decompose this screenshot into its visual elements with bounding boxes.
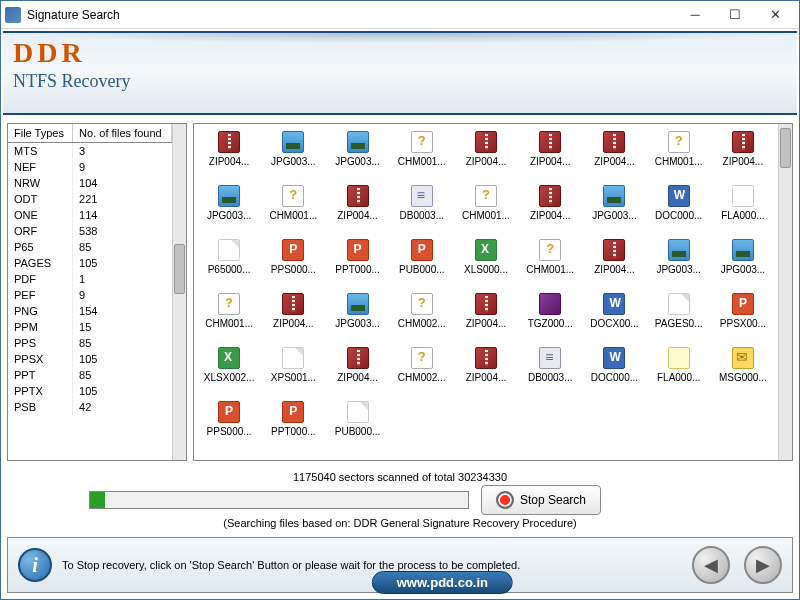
file-label: P65000...	[200, 264, 258, 275]
file-item[interactable]: CHM002...	[391, 290, 453, 342]
file-item[interactable]: ZIP004...	[712, 128, 774, 180]
file-item[interactable]: MSG000...	[712, 344, 774, 396]
right-scrollbar[interactable]	[778, 124, 792, 460]
file-item[interactable]: CHM001...	[391, 128, 453, 180]
file-item[interactable]: FLA000...	[712, 182, 774, 234]
col-files-found[interactable]: No. of files found	[73, 124, 172, 143]
file-item[interactable]: P65000...	[198, 236, 260, 288]
left-scrollbar[interactable]	[172, 124, 186, 460]
file-item[interactable]: PPS000...	[198, 398, 260, 450]
file-item[interactable]: JPG003...	[326, 290, 388, 342]
table-row[interactable]: P6585	[8, 239, 172, 255]
file-item[interactable]: ZIP004...	[455, 344, 517, 396]
file-item[interactable]: JPG003...	[262, 128, 324, 180]
table-row[interactable]: PPT85	[8, 367, 172, 383]
back-button[interactable]: ◀	[692, 546, 730, 584]
table-row[interactable]: ODT221	[8, 191, 172, 207]
file-item[interactable]: DOCX00...	[583, 290, 645, 342]
file-item[interactable]: CHM001...	[519, 236, 581, 288]
file-item[interactable]: ZIP004...	[583, 236, 645, 288]
table-row[interactable]: PEF9	[8, 287, 172, 303]
app-icon	[5, 7, 21, 23]
maximize-button[interactable]: ☐	[715, 3, 755, 27]
file-item[interactable]: CHM001...	[648, 128, 710, 180]
file-item[interactable]: ZIP004...	[262, 290, 324, 342]
file-item[interactable]: DOC000...	[648, 182, 710, 234]
file-type-icon	[281, 400, 305, 424]
table-row[interactable]: PNG154	[8, 303, 172, 319]
cell-count: 538	[73, 223, 172, 239]
col-file-types[interactable]: File Types	[8, 124, 73, 143]
cell-type: PPTX	[8, 383, 73, 399]
file-item[interactable]: XPS001...	[262, 344, 324, 396]
file-item[interactable]: DB0003...	[391, 182, 453, 234]
table-row[interactable]: PPSX105	[8, 351, 172, 367]
table-row[interactable]: PSB42	[8, 399, 172, 415]
file-item[interactable]: TGZ000...	[519, 290, 581, 342]
file-type-icon	[538, 292, 562, 316]
file-label: ZIP004...	[457, 318, 515, 329]
file-item[interactable]: PUB000...	[391, 236, 453, 288]
file-item[interactable]: ZIP004...	[519, 128, 581, 180]
file-item[interactable]: PUB000...	[326, 398, 388, 450]
file-item[interactable]: JPG003...	[712, 236, 774, 288]
file-item[interactable]: ZIP004...	[455, 290, 517, 342]
table-row[interactable]: NEF9	[8, 159, 172, 175]
file-type-icon	[281, 238, 305, 262]
table-row[interactable]: PPS85	[8, 335, 172, 351]
file-type-icon	[667, 346, 691, 370]
file-type-icon	[667, 184, 691, 208]
scrollbar-thumb[interactable]	[174, 244, 185, 294]
file-label: CHM001...	[200, 318, 258, 329]
file-types-panel: File Types No. of files found MTS3NEF9NR…	[7, 123, 187, 461]
table-row[interactable]: PPM15	[8, 319, 172, 335]
table-row[interactable]: PAGES105	[8, 255, 172, 271]
file-item[interactable]: ZIP004...	[519, 182, 581, 234]
file-item[interactable]: CHM001...	[262, 182, 324, 234]
file-label: JPG003...	[200, 210, 258, 221]
file-item[interactable]: PPT000...	[262, 398, 324, 450]
scrollbar-thumb[interactable]	[780, 128, 791, 168]
cell-type: PPS	[8, 335, 73, 351]
progress-area: 1175040 sectors scanned of total 3023433…	[1, 467, 799, 533]
file-item[interactable]: ZIP004...	[198, 128, 260, 180]
file-item[interactable]: JPG003...	[198, 182, 260, 234]
table-row[interactable]: PPTX105	[8, 383, 172, 399]
file-type-icon	[346, 238, 370, 262]
window-title: Signature Search	[27, 8, 675, 22]
file-item[interactable]: DB0003...	[519, 344, 581, 396]
stop-search-button[interactable]: Stop Search	[481, 485, 601, 515]
file-item[interactable]: DOC000...	[583, 344, 645, 396]
file-item[interactable]: ZIP004...	[326, 182, 388, 234]
url-link[interactable]: www.pdd.co.in	[372, 571, 513, 594]
file-item[interactable]: PAGES0...	[648, 290, 710, 342]
file-item[interactable]: PPT000...	[326, 236, 388, 288]
table-row[interactable]: PDF1	[8, 271, 172, 287]
file-item[interactable]: JPG003...	[583, 182, 645, 234]
file-item[interactable]: XLS000...	[455, 236, 517, 288]
file-item[interactable]: CHM001...	[198, 290, 260, 342]
file-label: DOCX00...	[585, 318, 643, 329]
file-type-icon	[281, 292, 305, 316]
file-label: CHM001...	[650, 156, 708, 167]
table-row[interactable]: MTS3	[8, 143, 172, 160]
cell-type: MTS	[8, 143, 73, 160]
file-item[interactable]: CHM001...	[455, 182, 517, 234]
file-item[interactable]: ZIP004...	[326, 344, 388, 396]
table-row[interactable]: ORF538	[8, 223, 172, 239]
forward-button[interactable]: ▶	[744, 546, 782, 584]
file-item[interactable]: JPG003...	[648, 236, 710, 288]
file-item[interactable]: ZIP004...	[583, 128, 645, 180]
file-item[interactable]: CHM002...	[391, 344, 453, 396]
file-item[interactable]: FLA000...	[648, 344, 710, 396]
file-item[interactable]: JPG003...	[326, 128, 388, 180]
file-item[interactable]: PPSX00...	[712, 290, 774, 342]
stop-icon	[496, 491, 514, 509]
file-item[interactable]: PPS000...	[262, 236, 324, 288]
close-button[interactable]: ✕	[755, 3, 795, 27]
file-item[interactable]: XLSX002...	[198, 344, 260, 396]
file-item[interactable]: ZIP004...	[455, 128, 517, 180]
minimize-button[interactable]: ─	[675, 3, 715, 27]
table-row[interactable]: ONE114	[8, 207, 172, 223]
table-row[interactable]: NRW104	[8, 175, 172, 191]
